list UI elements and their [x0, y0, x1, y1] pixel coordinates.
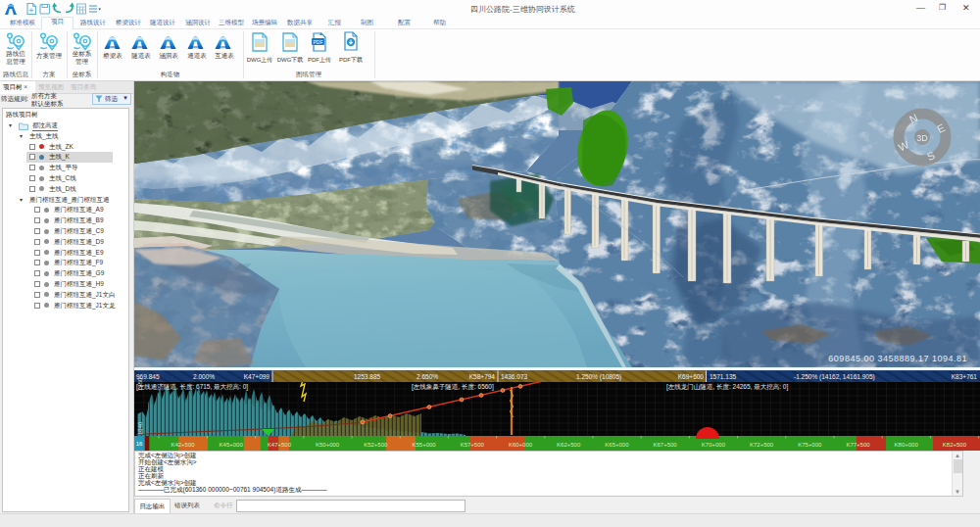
svg-text:3D: 3D — [916, 133, 928, 143]
svg-text:1040: 1040 — [137, 421, 143, 435]
svg-text:[左线龙门山隧道, 长度: 24265, 最大挖高: 0]: [左线龙门山隧道, 长度: 24265, 最大挖高: 0] — [666, 383, 788, 391]
svg-text:[左线通济隧道, 长度: 6715, 最大挖高: 0]: [左线通济隧道, 长度: 6715, 最大挖高: 0] — [136, 383, 248, 391]
svg-text:2.650%: 2.650% — [416, 373, 438, 380]
svg-text:K57+500: K57+500 — [461, 442, 485, 448]
svg-text:K69+600: K69+600 — [678, 373, 705, 380]
svg-text:K77+500: K77+500 — [846, 442, 870, 448]
svg-text:K55+000: K55+000 — [412, 442, 436, 448]
svg-text:K60+000: K60+000 — [509, 442, 533, 448]
svg-text:K47+099: K47+099 — [244, 373, 270, 380]
svg-text:K50+000: K50+000 — [316, 442, 340, 448]
svg-text:K45+000: K45+000 — [220, 442, 244, 448]
svg-text:K80+000: K80+000 — [895, 442, 919, 448]
svg-text:K62+500: K62+500 — [557, 442, 581, 448]
svg-text:K72+500: K72+500 — [750, 442, 774, 448]
svg-text:K83+761: K83+761 — [952, 373, 978, 380]
svg-text:2.000%: 2.000% — [193, 373, 215, 380]
svg-text:K42+500: K42+500 — [171, 442, 195, 448]
svg-text:K47+500: K47+500 — [268, 442, 292, 448]
svg-text:1.250% (10805): 1.250% (10805) — [576, 373, 621, 381]
svg-text:K70+000: K70+000 — [702, 442, 726, 448]
svg-text:1436.073: 1436.073 — [501, 373, 527, 380]
svg-text:[左线象鼻子隧道, 长度: 6560]: [左线象鼻子隧道, 长度: 6560] — [412, 383, 494, 391]
svg-text:K75+000: K75+000 — [798, 442, 822, 448]
svg-text:K65+000: K65+000 — [605, 442, 629, 448]
svg-text:K58+794: K58+794 — [469, 373, 496, 380]
svg-text:1253.885: 1253.885 — [354, 373, 380, 380]
svg-text:609845.00 3458889.17 1094.81: 609845.00 3458889.17 1094.81 — [828, 354, 967, 363]
svg-text:-1.250% (14162, 14161.905): -1.250% (14162, 14161.905) — [794, 373, 875, 381]
svg-text:16: 16 — [136, 441, 143, 447]
svg-text:K52+500: K52+500 — [364, 442, 388, 448]
svg-text:1571.135: 1571.135 — [710, 373, 736, 380]
svg-text:PDF: PDF — [314, 39, 323, 45]
svg-text:K82+500: K82+500 — [943, 442, 967, 448]
svg-text:K67+500: K67+500 — [653, 442, 677, 448]
svg-text:1250: 1250 — [137, 377, 143, 391]
